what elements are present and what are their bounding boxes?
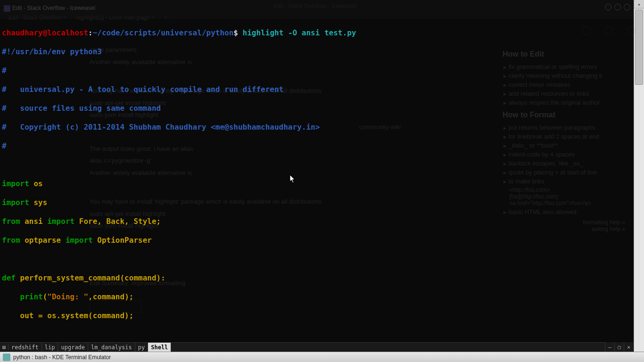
prompt-dollar: $ <box>233 28 242 37</box>
mod-optparse: optparse <box>25 236 61 245</box>
param: command <box>124 273 156 282</box>
prompt-user: chaudhary <box>2 28 43 37</box>
fn-print: print <box>20 292 43 301</box>
terminal-tab-active[interactable]: Shell <box>148 343 171 352</box>
prompt-at: @ <box>43 28 48 37</box>
foreground-window-titlebar: Edit - Stack Overflow - Iceweasel <box>0 0 633 19</box>
mod-sys: sys <box>33 198 47 207</box>
code-shebang: #!/usr/bin/env python3 <box>2 47 102 56</box>
terminal-tab[interactable]: py <box>135 343 148 352</box>
kw-def: def <box>2 273 16 282</box>
terminal-tabstrip: ⊞ redshift lip upgrade lm_danalysis py S… <box>0 342 633 352</box>
terminal-tab[interactable]: upgrade <box>58 343 88 352</box>
code-comment: # universal.py - A tool to quickly compi… <box>2 85 283 94</box>
mod-ansi: ansi <box>25 217 43 226</box>
names: Fore, Back, Style; <box>79 217 161 226</box>
terminal-tabstrip-controls: — ▢ ✕ <box>605 342 633 352</box>
code-comment: # source files using same command <box>2 104 161 113</box>
kw-import: import <box>47 217 74 226</box>
tab-minimize-icon[interactable]: — <box>605 342 614 352</box>
p: ( <box>43 292 48 301</box>
tab-maximize-icon[interactable]: ▢ <box>614 342 624 352</box>
p: ( <box>88 311 93 320</box>
v: command <box>93 311 124 320</box>
name-optionparser: OptionParser <box>97 236 152 245</box>
prompt-command: highlight -O ansi test.py <box>243 28 356 37</box>
prompt-path: ~/code/scripts/universal/python <box>93 28 234 37</box>
tab-close-icon[interactable]: ✕ <box>624 342 633 352</box>
mod-os: os <box>33 179 42 188</box>
code-comment: # Copyright (c) 2011-2014 Shubham Chaudh… <box>2 123 320 132</box>
kw-import: import <box>66 236 93 245</box>
fn-name: perform_system_command <box>20 273 120 282</box>
window-maximize-button[interactable] <box>614 4 621 10</box>
kw-import: import <box>2 179 29 188</box>
prompt-host: localhost <box>47 28 88 37</box>
terminal-output[interactable]: chaudhary@localhost:~/code/scripts/unive… <box>0 19 644 341</box>
new-tab-button[interactable]: ⊞ <box>0 344 8 351</box>
window-app-icon <box>4 5 10 12</box>
window-minimize-button[interactable] <box>605 4 611 10</box>
taskbar[interactable]: python : bash - KDE Terminal Emulator <box>0 352 644 362</box>
kw-from: from <box>2 217 20 226</box>
colon: : <box>161 273 165 282</box>
window-title-text: Edit - Stack Overflow - Iceweasel <box>12 5 95 11</box>
p: ) <box>124 292 129 301</box>
c: , <box>88 292 93 301</box>
paren: ) <box>157 273 161 282</box>
string: "Doing: " <box>47 292 88 301</box>
semi: ; <box>129 292 134 301</box>
attr: system <box>61 311 88 320</box>
paren: ( <box>120 273 124 282</box>
v: command <box>93 292 124 301</box>
terminal-tab[interactable]: redshift <box>8 343 42 352</box>
window-close-button[interactable] <box>624 4 630 10</box>
code-comment: # <box>2 66 7 75</box>
terminal-tab[interactable]: lip <box>42 343 58 352</box>
taskbar-title[interactable]: python : bash - KDE Terminal Emulator <box>12 354 112 361</box>
taskbar-app-icon[interactable] <box>3 354 10 361</box>
semi: ; <box>129 311 134 320</box>
kw-from: from <box>2 236 20 245</box>
p: ) <box>124 311 129 320</box>
code-comment: # <box>2 141 7 150</box>
code: out = os. <box>20 311 61 320</box>
screen: ▴ ▾ Edit - Stack Overflow - Iceweasel Ed… <box>0 0 644 362</box>
prompt-sep: : <box>88 28 93 37</box>
terminal-tab[interactable]: lm_danalysis <box>88 343 135 352</box>
kw-import: import <box>2 198 29 207</box>
